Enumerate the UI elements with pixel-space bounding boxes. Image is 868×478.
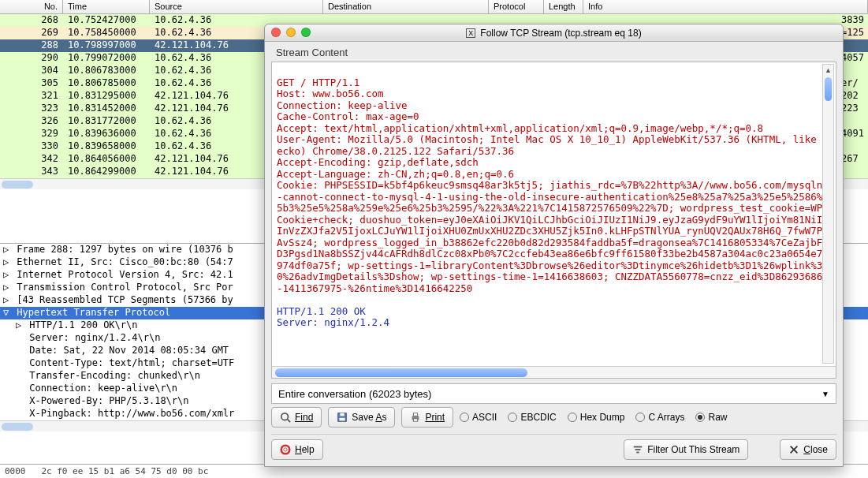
svg-rect-10 [634,446,643,448]
col-time[interactable]: Time [63,0,150,13]
stream-content-label: Stream Content [273,47,835,58]
hex-bytes: 2c f0 ee 15 b1 a6 54 75 d0 00 bc [41,466,208,476]
svg-rect-4 [340,418,345,421]
radio-ascii[interactable]: ASCII [460,412,497,423]
packet-info-peek: 3839=1254057er/2022234091267 [841,14,868,178]
radio-c-arrays[interactable]: C Arrays [635,412,684,423]
minimize-icon[interactable] [286,28,296,37]
svg-point-0 [281,413,289,420]
radio-ebcdic[interactable]: EBCDIC [508,412,556,423]
close-button[interactable]: Close [780,439,836,460]
follow-tcp-stream-dialog: X Follow TCP Stream (tcp.stream eq 18) S… [264,24,844,467]
close-icon[interactable] [271,28,281,37]
search-icon [280,412,291,423]
response-text: HTTP/1.1 200 OK Server: nginx/1.2.4 [277,305,389,329]
conversation-dropdown[interactable]: Entire conversation (62023 bytes) ▼ [271,383,836,404]
col-protocol[interactable]: Protocol [489,0,544,13]
svg-point-9 [284,448,287,451]
svg-rect-6 [414,413,418,416]
action-row: Find Save As Print ASCIIEBCDICHex DumpC … [271,407,836,428]
col-no[interactable]: No. [0,0,63,13]
svg-rect-12 [636,452,639,454]
lifebuoy-icon [280,444,291,455]
col-length[interactable]: Length [544,0,583,13]
hex-offset: 0000 [5,466,26,476]
app-icon: X [466,28,475,38]
separator [271,434,836,435]
help-button[interactable]: Help [271,439,323,460]
content-hscroll[interactable] [272,366,836,378]
col-dest[interactable]: Destination [323,0,489,13]
filter-out-stream-button[interactable]: Filter Out This Stream [624,439,748,460]
dialog-title: Follow TCP Stream (tcp.stream eq 18) [480,28,641,39]
save-as-button[interactable]: Save As [328,407,395,428]
floppy-icon [337,412,348,423]
radio-raw[interactable]: Raw [695,412,727,423]
zoom-icon[interactable] [301,28,311,37]
bottom-row: Help Filter Out This Stream Close [271,439,836,460]
close-x-icon [788,444,799,455]
packet-list-header: No. Time Source Destination Protocol Len… [0,0,868,14]
conversation-dropdown-label: Entire conversation (62023 bytes) [278,388,431,400]
svg-rect-11 [635,449,641,450]
encoding-radio-group: ASCIIEBCDICHex DumpC ArraysRaw [460,412,727,423]
col-source[interactable]: Source [150,0,323,13]
svg-line-1 [288,420,291,423]
stream-content-text[interactable]: GET / HTTP/1.1 Host: www.bo56.com Connec… [272,62,836,366]
printer-icon [410,412,421,423]
chevron-down-icon: ▼ [821,390,829,398]
dialog-titlebar[interactable]: X Follow TCP Stream (tcp.stream eq 18) [265,24,843,42]
svg-rect-3 [341,413,345,416]
find-button[interactable]: Find [271,407,322,428]
content-vscroll[interactable]: ▲ [822,64,834,364]
window-controls[interactable] [271,28,311,37]
request-text: GET / HTTP/1.1 Host: www.bo56.com Connec… [277,77,829,294]
radio-hex-dump[interactable]: Hex Dump [568,412,625,423]
filter-icon [632,444,643,455]
print-button[interactable]: Print [401,407,453,428]
svg-rect-7 [414,419,418,422]
col-info[interactable]: Info [583,0,868,13]
stream-content-frame: GET / HTTP/1.1 Host: www.bo56.com Connec… [271,62,836,379]
